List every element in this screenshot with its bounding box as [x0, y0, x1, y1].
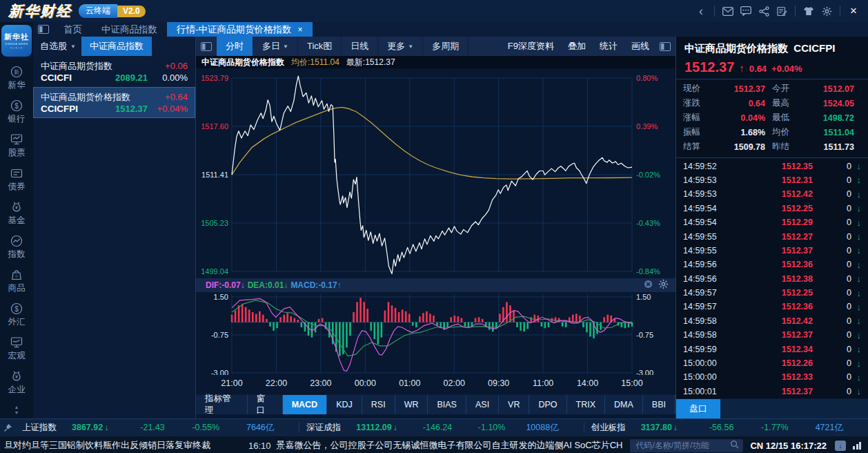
status-index-创业板指[interactable]: 创业板指3137.80↓-56.56-1.77%4721亿 — [584, 422, 868, 434]
watchlist-item[interactable]: 中证商品期货价格指数+0.64CCICFPI1512.37+0.04% — [33, 87, 195, 118]
period-button-多周期[interactable]: 多周期 — [423, 37, 468, 56]
tick-volume: 0 — [842, 387, 851, 396]
chat-icon[interactable] — [737, 4, 755, 18]
time-tick: 21:00 — [221, 378, 242, 388]
stat-label: 结算 — [683, 141, 711, 153]
indicator-tab-RSI[interactable]: RSI — [362, 395, 395, 414]
period-button-更多[interactable]: 更多▼ — [378, 37, 423, 56]
tick-row: 14:59:561512.360↓ — [683, 258, 861, 271]
tick-time: 14:59:58 — [683, 316, 733, 326]
tab-0[interactable]: 首页 — [54, 22, 92, 37]
watchlist-group-dropdown[interactable]: 自选股 ▼ — [33, 37, 81, 56]
tab-pankou[interactable]: 盘口 — [676, 399, 720, 418]
macd-chart[interactable]: 1.501.50-0.75-0.75-3.00-3.00 — [196, 292, 675, 375]
toolbar-button-统计[interactable]: 统计 — [600, 40, 618, 52]
sidebar-item-macro[interactable]: 宏观 — [0, 331, 33, 365]
tick-row: 14:59:591512.340↓ — [683, 342, 861, 356]
down-arrow-icon: ↓ — [851, 231, 861, 242]
sidebar-item-enterprise[interactable]: ¥企业 — [0, 365, 33, 399]
news-ticker[interactable]: 旦对约旦等三国铝制饮料瓶作出反倾销日落复审终裁 16:10 景嘉微公告，公司控股… — [0, 439, 623, 452]
tab-1[interactable]: 中证商品指数 — [92, 22, 167, 37]
quote-stat-row: 振幅1.68%均价1511.04 — [683, 125, 861, 139]
down-arrow-icon: ↓ — [851, 386, 861, 396]
sidebar-item-label: 商品 — [8, 282, 26, 294]
instrument-change: +0.06 — [148, 61, 188, 71]
toolbar-button-F9深度资料[interactable]: F9深度资料 — [508, 40, 554, 52]
index-turnover: 4721亿 — [789, 422, 861, 434]
settings-gear-icon[interactable] — [818, 4, 836, 18]
down-arrow-icon: ↓ — [851, 245, 861, 256]
watchlist-item[interactable]: 中证商品期货指数+0.06CCICFI2089.210.00% — [33, 56, 195, 87]
toolbar-button-叠加[interactable]: 叠加 — [568, 40, 586, 52]
indicator-tab-窗口[interactable]: 窗口 — [248, 395, 283, 414]
status-index-上证指数[interactable]: 上证指数3867.92↓-21.43-0.55%7646亿 — [15, 422, 299, 434]
panel-collapse-icon[interactable] — [196, 37, 217, 56]
period-button-日线[interactable]: 日线 — [342, 37, 378, 56]
tab-2[interactable]: 行情-中证商品期货价格指数× — [167, 22, 313, 37]
layout-split-icon[interactable] — [33, 22, 54, 37]
sidebar-scroll-arrows[interactable]: ▲▼ — [14, 405, 19, 418]
stat-value: 1509.78 — [711, 142, 772, 152]
down-arrow-icon: ↓ — [851, 358, 861, 369]
tick-row: 14:59:531512.310↓ — [683, 173, 861, 187]
tick-price: 1512.38 — [733, 274, 842, 284]
sidebar-item-bank[interactable]: $银行 — [0, 95, 33, 128]
sidebar-item-bond[interactable]: 债券 — [0, 162, 33, 196]
indicator-tab-VR[interactable]: VR — [499, 395, 529, 414]
pin-icon[interactable] — [0, 423, 15, 432]
sidebar-item-fund[interactable]: ¥基金 — [0, 196, 33, 230]
sidebar-item-forex[interactable]: $外汇 — [0, 298, 33, 331]
tick-volume: 0 — [842, 345, 851, 354]
search-input[interactable] — [634, 440, 730, 451]
watchlist-item-row2: CCICFI2089.210.00% — [41, 72, 188, 84]
tick-row: 14:59:551512.370↓ — [683, 244, 861, 258]
back-icon[interactable]: ‹ — [692, 4, 710, 18]
indicator-tab-DMA[interactable]: DMA — [605, 395, 643, 414]
indicator-tab-WR[interactable]: WR — [395, 395, 428, 414]
tick-volume: 0 — [842, 372, 851, 382]
svg-text:-3.00: -3.00 — [636, 369, 653, 375]
close-icon[interactable]: × — [845, 4, 862, 18]
time-tick: 09:30 — [488, 378, 509, 388]
macd-settings-icon[interactable] — [658, 279, 669, 291]
news-item[interactable]: 旦对约旦等三国铝制饮料瓶作出反倾销日落复审终裁 — [4, 439, 210, 452]
indicator-tab-BIAS[interactable]: BIAS — [428, 395, 466, 414]
indicator-tab-TRIX[interactable]: TRIX — [567, 395, 605, 414]
share-icon[interactable] — [755, 4, 773, 18]
symbol-search-box[interactable] — [630, 439, 743, 452]
stat-value: 1524.05 — [800, 99, 861, 108]
indicator-tab-DPO[interactable]: DPO — [529, 395, 566, 414]
indicator-tab-KDJ[interactable]: KDJ — [327, 395, 362, 414]
sidebar-item-index[interactable]: 指数 — [0, 230, 33, 264]
period-button-多日[interactable]: 多日▼ — [253, 37, 298, 56]
watchlist-tab-czsp[interactable]: 中证商品指数 — [81, 37, 152, 56]
tick-price: 1512.37 — [733, 330, 842, 340]
indicator-tab-MACD[interactable]: MACD — [283, 395, 328, 414]
intraday-price-chart[interactable]: 1523.791517.601511.411505.231499.040.80%… — [196, 68, 675, 278]
note-icon[interactable] — [773, 4, 791, 18]
indicator-tab-BBI[interactable]: BBI — [643, 395, 675, 414]
sidebar-item-xinhua[interactable]: 新新华 — [0, 61, 33, 95]
tab-close-icon[interactable]: × — [298, 25, 303, 35]
indicator-tab-指标管理[interactable]: 指标管理 — [196, 395, 248, 414]
download-icon[interactable]: ↓ — [835, 441, 846, 451]
sidebar-item-stock[interactable]: 股票 — [0, 128, 33, 162]
macd-value: MACD:-0.17↑ — [290, 280, 341, 290]
stat-value: 1512.37 — [711, 84, 772, 94]
stat-label: 最高 — [772, 97, 800, 109]
macd-close-icon[interactable] — [644, 280, 653, 291]
period-button-分时[interactable]: 分时 — [217, 37, 253, 56]
indicator-tab-ASI[interactable]: ASI — [466, 395, 499, 414]
mail-icon[interactable] — [719, 4, 737, 18]
forex-icon: $ — [10, 302, 23, 316]
toolbar-button-画线[interactable]: 画线 — [631, 40, 649, 52]
connection-signal-icon — [853, 442, 861, 450]
status-index-深证成指[interactable]: 深证成指13112.09↓-146.24-1.10%10088亿 — [299, 422, 583, 434]
tick-price: 1512.27 — [733, 232, 842, 242]
theme-skin-icon[interactable] — [800, 4, 818, 18]
sidebar-item-commodity[interactable]: ☆商品 — [0, 264, 33, 298]
news-item[interactable]: 景嘉微公告，公司控股子公司无锡诚恒微电子有限公司自主研发的边端侧AI SoC芯片… — [277, 439, 624, 452]
panel-expand-icon[interactable] — [655, 37, 675, 56]
period-button-Tick图[interactable]: Tick图 — [298, 37, 342, 56]
tick-volume: 0 — [842, 260, 851, 269]
